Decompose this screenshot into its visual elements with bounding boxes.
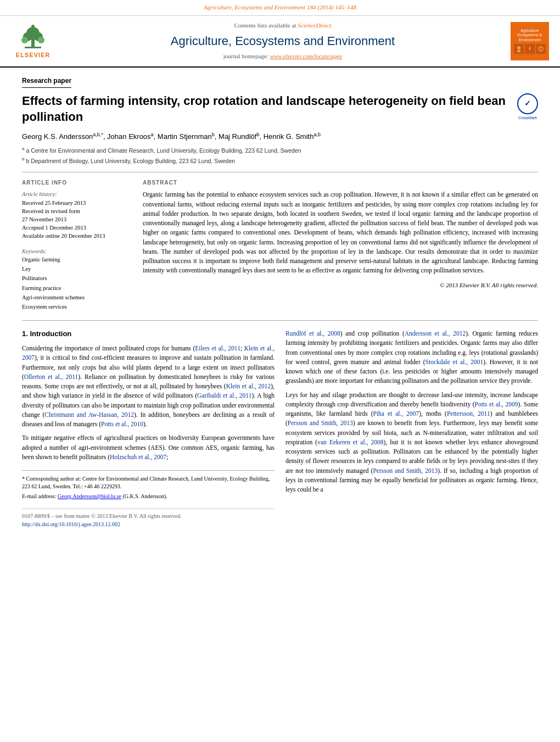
logo-icon-2 <box>525 44 535 54</box>
journal-reference-bar: Agriculture, Ecosystems and Environment … <box>0 0 560 16</box>
abstract-text: Organic farming has the potential to enh… <box>143 190 538 275</box>
intro-right: Rundlöf et al., 2008) and crop pollinati… <box>285 329 538 528</box>
svg-rect-0 <box>31 39 35 47</box>
right-para2: Leys for hay and silage production are t… <box>285 390 538 495</box>
intro-left: 1. Introduction Considering the importan… <box>22 329 275 528</box>
ref-potts-2010[interactable]: Potts et al., 2010 <box>101 421 143 427</box>
journal-reference-text: Agriculture, Ecosystems and Environment … <box>204 3 356 12</box>
keyword-list: Organic farming Ley Pollinators Farming … <box>22 255 132 311</box>
introduction-section: 1. Introduction Considering the importan… <box>22 329 538 528</box>
received-date: Received 25 February 2013 <box>22 199 132 207</box>
main-content: Research paper Effects of farming intens… <box>0 68 560 537</box>
crossmark-icon: ✓ <box>517 93 538 114</box>
email-note: E-mail address: Georg.Andersson@biol.lu.… <box>22 493 275 500</box>
elsevier-text: ELSEVIER <box>16 51 50 60</box>
article-title-row: Effects of farming intensity, crop rotat… <box>22 93 538 125</box>
abstract-section: ABSTRACT Organic farming has the potenti… <box>143 179 538 312</box>
logo-icon-1 <box>514 44 524 54</box>
affiliation-b: b b Department of Biology, Lund Universi… <box>22 156 538 165</box>
footer-bar: 0167-8809/$ – see front matter © 2013 El… <box>22 509 275 528</box>
available-date: Available online 20 December 2013 <box>22 232 132 240</box>
ref-eilers[interactable]: Eilers et al., 2011 <box>195 345 240 352</box>
affiliations: a a Centre for Environmental and Climate… <box>22 146 538 165</box>
journal-homepage: journal homepage: www.elsevier.com/locat… <box>66 52 500 61</box>
keywords-label: Keywords: <box>22 247 132 255</box>
intro-heading: 1. Introduction <box>22 329 275 339</box>
keywords-section: Keywords: Organic farming Ley Pollinator… <box>22 247 132 311</box>
svg-point-6 <box>38 37 44 43</box>
accepted-date: Accepted 1 December 2013 <box>22 224 132 232</box>
authors-line: Georg K.S. Anderssona,b,*, Johan Ekroosa… <box>22 131 538 142</box>
svg-rect-11 <box>517 50 520 52</box>
journal-logo-text: AgricultureEcosystems &Environment <box>518 29 542 42</box>
ref-holzschuh[interactable]: Holzschuh et al., 2007 <box>110 454 166 460</box>
ref-klein-2012[interactable]: Klein et al., 2012 <box>226 383 271 389</box>
ref-garibaldi[interactable]: Garibaldi et al., 2011 <box>197 392 251 399</box>
footer-issn: 0167-8809/$ – see front matter © 2013 El… <box>22 512 182 521</box>
article-title: Effects of farming intensity, crop rotat… <box>22 93 517 125</box>
footer-doi-link[interactable]: http://dx.doi.org/10.1016/j.agee.2013.12… <box>22 521 120 527</box>
paper-type-label: Research paper <box>22 76 71 88</box>
history-label: Article history: <box>22 190 132 198</box>
ref-andersson-2012[interactable]: Andersson et al., 2012 <box>405 330 466 337</box>
journal-center: Contents lists available at ScienceDirec… <box>66 21 500 61</box>
svg-point-7 <box>31 25 35 28</box>
ref-piha[interactable]: Piha et al., 2007 <box>373 410 419 417</box>
right-para1: Rundlöf et al., 2008) and crop pollinati… <box>285 329 538 386</box>
sciencedirect-link[interactable]: ScienceDirect <box>298 22 331 29</box>
ref-ollerton[interactable]: Ollerton et al., 2011 <box>24 373 78 380</box>
section-divider <box>22 320 538 321</box>
abstract-title: ABSTRACT <box>143 179 538 187</box>
article-body: ARTICLE INFO Article history: Received 2… <box>22 172 538 312</box>
author-email-link[interactable]: Georg.Andersson@biol.lu.se <box>58 493 121 499</box>
intro-para1: Considering the importance of insect pol… <box>22 344 275 429</box>
crossmark-label: CrossMark <box>518 115 537 121</box>
crossmark-wrapper: ✓ CrossMark <box>517 93 538 121</box>
keyword-5: Agri-environment schemes <box>22 293 132 302</box>
svg-point-5 <box>21 37 28 43</box>
journal-title: Agriculture, Ecosystems and Environment <box>66 32 500 50</box>
journal-header: ELSEVIER Contents lists available at Sci… <box>0 16 560 68</box>
corresponding-author-note: * Corresponding author at: Centre for En… <box>22 475 275 490</box>
copyright: © 2013 Elsevier B.V. All rights reserved… <box>143 281 538 290</box>
svg-rect-1 <box>25 47 41 48</box>
received-revised-label: Received in revised form <box>22 207 132 215</box>
ref-pettersson[interactable]: Pettersson, 2011 <box>447 410 490 417</box>
article-info: ARTICLE INFO Article history: Received 2… <box>22 179 132 312</box>
svg-point-10 <box>517 46 520 49</box>
elsevier-tree-icon <box>16 23 49 50</box>
keyword-1: Organic farming <box>22 255 132 264</box>
journal-logo-icons <box>514 44 546 54</box>
keyword-6: Ecosystem services <box>22 303 132 311</box>
ref-christmann[interactable]: Christmann and Aw-Hassan, 2012 <box>44 411 134 418</box>
article-info-title: ARTICLE INFO <box>22 179 132 187</box>
keyword-4: Farming practice <box>22 284 132 292</box>
homepage-link[interactable]: www.elsevier.com/locate/agee <box>270 53 343 59</box>
keyword-2: Ley <box>22 265 132 273</box>
ref-van-eekeren[interactable]: van Eekeren et al., 2008 <box>317 439 383 445</box>
ref-potts-2009[interactable]: Potts et al., 2009 <box>475 401 518 408</box>
ref-rundlof[interactable]: Rundlöf et al., 2008 <box>285 330 340 337</box>
ref-stockdale[interactable]: Stockdale et al., 2001 <box>425 359 484 365</box>
contents-line: Contents lists available at ScienceDirec… <box>66 21 500 30</box>
ref-persson-smith-2[interactable]: Persson and Smith, 2013 <box>373 467 438 474</box>
received-revised-date: 27 November 2013 <box>22 215 132 224</box>
journal-logo-box: AgricultureEcosystems &Environment <box>511 22 549 60</box>
footnotes: * Corresponding author at: Centre for En… <box>22 470 275 500</box>
affiliation-a: a a Centre for Environmental and Climate… <box>22 146 538 155</box>
logo-icon-3 <box>536 44 546 54</box>
ref-persson-smith[interactable]: Persson and Smith, 2013 <box>288 420 353 426</box>
intro-para2: To mitigate negative effects of agricult… <box>22 433 275 462</box>
elsevier-logo: ELSEVIER <box>11 23 55 60</box>
keyword-3: Pollinators <box>22 274 132 282</box>
